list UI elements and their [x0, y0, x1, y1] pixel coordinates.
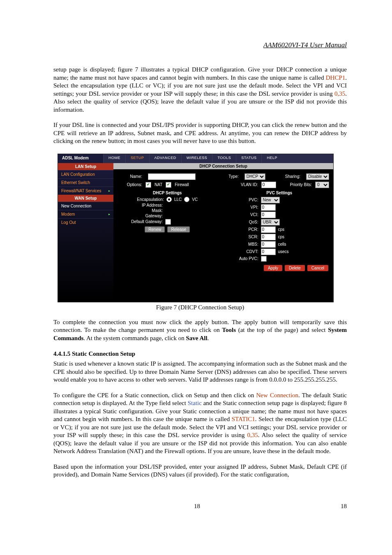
tab-tools[interactable]: TOOLS — [212, 154, 236, 163]
qos-select[interactable]: UBR — [261, 219, 280, 226]
scr-label: SCR: — [230, 235, 258, 239]
encap-label: Encapsulation: — [137, 197, 164, 202]
name-input[interactable] — [148, 173, 196, 180]
sidebar-item-logout[interactable]: Log Out — [58, 218, 113, 226]
paragraph-6: Based upon the information your DSL/ISP … — [53, 463, 347, 479]
page-header-title: AAM6020VI-T4 User Manual — [53, 41, 347, 49]
sidebar-lan-setup-head: LAN Setup — [58, 163, 113, 170]
ip-address-label: IP Address: — [118, 203, 163, 207]
vci-label: VCI: — [230, 212, 258, 217]
type-select[interactable]: DHCP — [244, 173, 265, 180]
paragraph-5: To configure the CPE for a Static connec… — [53, 391, 347, 456]
sidebar-item-label: Ethernet Switch — [61, 180, 90, 185]
renew-button[interactable]: Renew — [145, 226, 165, 233]
autopvc-label: Auto PVC: — [230, 256, 258, 261]
vlan-label: VLAN ID: — [241, 182, 258, 187]
p5-hl-static1: STATIC1 — [232, 416, 255, 422]
p3-d: . — [208, 335, 209, 341]
p5-a: To configure the CPE for a Static connec… — [53, 392, 256, 398]
autopvc-checkbox[interactable]: . — [261, 256, 267, 262]
tab-setup[interactable]: SETUP — [125, 154, 149, 163]
tab-home[interactable]: HOME — [103, 154, 125, 163]
pvc-label: PVC: — [230, 198, 258, 202]
sidebar-item-label: LAN Configuration — [61, 172, 95, 177]
panel-title: DHCP Connection Setup — [113, 163, 333, 169]
apply-button[interactable]: Apply — [264, 265, 282, 271]
tab-advanced[interactable]: ADVANCED — [149, 154, 181, 163]
sharing-select[interactable]: Disable — [306, 173, 329, 180]
p5-hl-static: Static — [188, 400, 202, 406]
arrow-icon: ▸ — [108, 212, 110, 216]
pvc-select[interactable]: New — [261, 197, 280, 203]
encap-vc-radio[interactable] — [184, 197, 189, 202]
sidebar-item-new-connection[interactable]: New Connection — [58, 202, 113, 210]
p1-hl-dhcp1: DHCP1 — [326, 74, 346, 81]
figure-7-caption: Figure 7 (DHCP Connection Setup) — [53, 304, 347, 311]
page-number-center: 18 — [53, 503, 341, 510]
p5-hl-035: 0,35 — [247, 432, 258, 438]
modem-sidebar: LAN Setup LAN Configuration Ethernet Swi… — [58, 163, 113, 302]
p1-a: setup page is displayed; figure 7 illust… — [53, 66, 347, 81]
modem-screenshot: ADSL Modem HOME SETUP ADVANCED WIRELESS … — [58, 154, 334, 302]
sidebar-item-eth-switch[interactable]: Ethernet Switch — [58, 178, 113, 187]
priority-bits-select[interactable]: 0 — [315, 182, 329, 188]
paragraph-1: setup page is displayed; figure 7 illust… — [53, 66, 347, 114]
sidebar-item-modem[interactable]: Modem▸ — [58, 210, 113, 218]
default-gateway-label: Default Gateway: — [118, 219, 163, 224]
sidebar-item-label: Modem — [61, 212, 75, 216]
mbs-unit: cells — [278, 242, 286, 246]
pvc-settings-title: PVC Settings — [230, 191, 330, 195]
options-label: Options: — [118, 182, 142, 187]
p3-b: (at the top of the page) and select — [236, 327, 328, 333]
tab-wireless[interactable]: WIRELESS — [181, 154, 212, 163]
pcr-label: PCR: — [230, 227, 258, 232]
release-button[interactable]: Release — [167, 226, 190, 233]
vpi-input[interactable] — [261, 204, 276, 211]
vpi-label: VPI: — [230, 205, 258, 210]
sidebar-item-firewall-nat[interactable]: Firewall/NAT Services▸ — [58, 187, 113, 195]
modem-logo: ADSL Modem — [58, 154, 103, 163]
priority-bits-label: Priority Bits: — [290, 182, 312, 187]
sharing-label: Sharing: — [285, 174, 300, 179]
encap-llc-radio[interactable] — [166, 197, 172, 202]
mask-label: Mask: — [118, 208, 163, 213]
sidebar-item-label: Log Out — [61, 220, 76, 225]
pcr-input[interactable] — [261, 226, 276, 233]
sidebar-item-label: Firewall/NAT Services — [61, 189, 101, 193]
cdvt-input[interactable] — [261, 249, 276, 255]
sidebar-item-label: New Connection — [61, 204, 91, 208]
cdvt-label: CDVT: — [230, 249, 258, 254]
encap-vc-label: VC — [192, 197, 198, 202]
default-gateway-checkbox[interactable]: . — [165, 219, 171, 225]
encap-llc-label: LLC — [174, 197, 182, 202]
vci-input[interactable] — [261, 212, 276, 218]
sidebar-wan-setup-head: WAN Setup — [58, 195, 113, 202]
vlan-input[interactable] — [261, 182, 276, 188]
p3-tools: Tools — [222, 327, 236, 333]
cdvt-unit: usecs — [278, 249, 289, 254]
delete-button[interactable]: Delete — [285, 265, 305, 271]
cancel-button[interactable]: Cancel — [307, 265, 328, 271]
tab-help[interactable]: HELP — [261, 154, 282, 163]
nat-checkbox[interactable]: ✔ — [145, 182, 151, 188]
tab-status[interactable]: STATUS — [236, 154, 261, 163]
firewall-checkbox[interactable]: ✔ — [166, 182, 171, 188]
nat-label: NAT — [154, 182, 162, 187]
dhcp-settings-title: DHCP Settings — [118, 191, 217, 195]
page-number-right: 18 — [341, 503, 347, 510]
section-heading-static: 4.4.1.5 Static Connection Setup — [53, 350, 347, 357]
mbs-label: MBS: — [230, 242, 258, 246]
gateway-label: Gateway: — [118, 214, 163, 218]
p3-c: . At the system commands page, click on — [83, 335, 186, 341]
paragraph-3: To complete the connection you must now … — [53, 318, 347, 343]
paragraph-4: Static is used whenever a known static I… — [53, 360, 347, 384]
scr-input[interactable] — [261, 234, 276, 240]
p5-hl-new-connection: New Connection — [256, 392, 298, 398]
pvc-settings-column: PVC Settings PVC:New VPI: VCI: QoS:UBR P… — [230, 191, 330, 263]
firewall-label: Firewall — [175, 182, 189, 187]
mbs-input[interactable] — [261, 241, 276, 248]
dhcp-settings-column: DHCP Settings Encapsulation: LLC VC IP A… — [118, 191, 217, 263]
qos-label: QoS: — [230, 220, 258, 224]
sidebar-item-lan-config[interactable]: LAN Configuration — [58, 170, 113, 178]
name-label: Name: — [118, 174, 142, 179]
